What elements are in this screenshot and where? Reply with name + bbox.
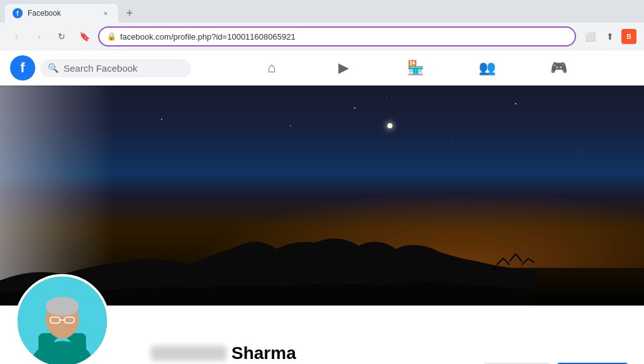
nav-gaming[interactable]: 🎮 [524, 53, 593, 83]
back-button[interactable]: ‹ [8, 28, 25, 45]
nav-marketplace[interactable]: 🏪 [380, 53, 450, 83]
address-bar[interactable]: 🔒 [98, 26, 576, 47]
svg-point-5 [45, 297, 79, 316]
refresh-button[interactable]: ↻ [53, 28, 70, 45]
lock-icon: 🔒 [107, 32, 116, 41]
cover-photo [0, 85, 644, 306]
facebook-nav: ⌂ ▶ 🏪 👥 🎮 [196, 53, 634, 83]
search-icon: 🔍 [48, 63, 58, 73]
browser-tab[interactable]: f Facebook × [5, 4, 118, 23]
profile-avatar [15, 274, 109, 364]
forward-button[interactable]: › [30, 28, 48, 45]
nav-friends[interactable]: 👥 [452, 53, 521, 83]
cover-photo-area [0, 85, 644, 306]
facebook-header: f 🔍 Search Facebook ⌂ ▶ 🏪 👥 🎮 [0, 50, 644, 85]
nav-watch[interactable]: ▶ [309, 53, 378, 83]
browser-actions: ⬜ ⬆ B [581, 28, 636, 45]
tab-close-btn[interactable]: × [101, 8, 111, 18]
share-button[interactable]: ⬆ [601, 28, 619, 45]
tab-title: Facebook [28, 9, 96, 18]
search-placeholder: Search Facebook [64, 63, 138, 74]
moon [387, 123, 392, 128]
browser-chrome: f Facebook × + ‹ › ↻ 🔖 🔒 ⬜ ⬆ B [0, 0, 644, 50]
avatar-illustration [18, 274, 107, 364]
tab-favicon: f [13, 8, 23, 18]
url-input[interactable] [120, 32, 567, 41]
nav-home[interactable]: ⌂ [237, 53, 306, 83]
screen-cast-button[interactable]: ⬜ [581, 28, 599, 45]
profile-last-name: Sharma [231, 343, 296, 363]
profile-first-name-blurred [151, 346, 226, 361]
address-bar-row: ‹ › ↻ 🔖 🔒 ⬜ ⬆ B [0, 23, 644, 50]
facebook-logo[interactable]: f [10, 55, 35, 80]
search-bar[interactable]: 🔍 Search Facebook [40, 59, 191, 77]
profile-page: Sharma 320 friends • 83 mutual 👤 Friends… [0, 85, 644, 364]
brave-icon: B [621, 29, 636, 44]
new-tab-button[interactable]: + [121, 4, 138, 22]
tab-bar: f Facebook × + [0, 0, 644, 23]
bookmark-button[interactable]: 🔖 [75, 28, 93, 45]
profile-avatar-wrapper [15, 274, 109, 364]
profile-info-section: Sharma 320 friends • 83 mutual 👤 Friends… [0, 306, 644, 364]
